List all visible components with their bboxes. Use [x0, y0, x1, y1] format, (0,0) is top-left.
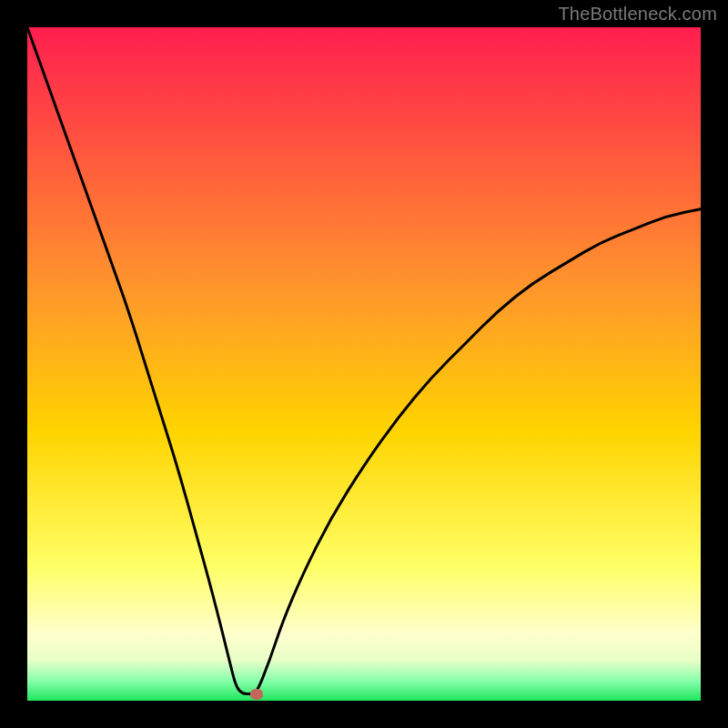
gradient-svg — [27, 27, 701, 701]
plot-gradient-background — [27, 27, 701, 701]
axis-border-bottom — [0, 701, 728, 728]
gradient-rect — [27, 27, 701, 701]
chart-frame: TheBottleneck.com — [0, 0, 728, 728]
axis-border-left — [0, 0, 27, 728]
watermark-text: TheBottleneck.com — [558, 4, 717, 25]
optimal-point-marker — [250, 689, 263, 700]
axis-border-right — [701, 0, 728, 728]
